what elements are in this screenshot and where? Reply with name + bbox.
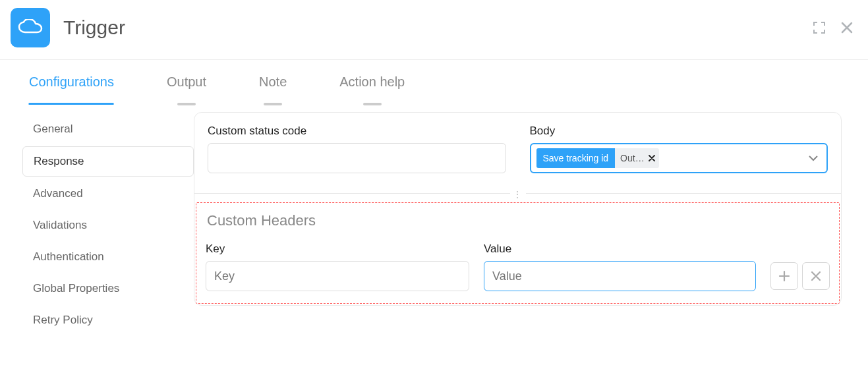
x-icon: [811, 271, 821, 281]
header-value-field[interactable]: [484, 261, 756, 291]
body-chip: Save tracking id Out…: [536, 148, 659, 168]
tab-configurations[interactable]: Configurations: [29, 67, 114, 96]
content-card: Custom status code Body Save tracking id…: [194, 112, 842, 306]
body-label: Body: [530, 125, 828, 138]
custom-headers-title: Custom Headers: [206, 212, 830, 229]
tab-action-help[interactable]: Action help: [339, 67, 405, 96]
body-field[interactable]: Save tracking id Out…: [530, 143, 828, 173]
sidebar-item-general[interactable]: General: [22, 115, 194, 144]
plus-icon: [778, 270, 790, 282]
tab-label: Note: [259, 74, 287, 89]
sidebar-item-response[interactable]: Response: [22, 146, 194, 177]
add-header-button[interactable]: [770, 262, 798, 290]
tab-output[interactable]: Output: [167, 67, 206, 96]
sidebar-item-retry-policy[interactable]: Retry Policy: [22, 306, 194, 335]
top-tabs: Configurations Output Note Action help: [0, 60, 868, 96]
chip-path: Out…: [620, 153, 645, 163]
status-code-label: Custom status code: [208, 125, 506, 138]
sidebar-item-authentication[interactable]: Authentication: [22, 242, 194, 271]
sidebar-item-validations[interactable]: Validations: [22, 211, 194, 240]
chip-name: Save tracking id: [536, 148, 616, 168]
tab-note[interactable]: Note: [259, 67, 287, 96]
chip-remove-icon[interactable]: [649, 153, 655, 163]
tab-label: Action help: [339, 74, 405, 89]
status-code-input[interactable]: [214, 152, 500, 164]
custom-headers-section: Custom Headers Key Value: [196, 202, 840, 304]
header-value-label: Value: [484, 242, 756, 256]
header-key-input[interactable]: [214, 262, 461, 291]
remove-header-button[interactable]: [802, 262, 830, 290]
tab-label: Output: [167, 74, 206, 89]
expand-icon[interactable]: [811, 20, 827, 36]
header-key-label: Key: [206, 242, 469, 256]
sidebar: General Response Advanced Validations Au…: [22, 96, 194, 335]
header-value-input[interactable]: [492, 262, 747, 291]
tab-label: Configurations: [29, 74, 114, 89]
chevron-down-icon[interactable]: [808, 152, 819, 164]
cloud-icon-svg: [17, 19, 43, 36]
sidebar-item-global-properties[interactable]: Global Properties: [22, 274, 194, 303]
cloud-icon: [11, 8, 50, 47]
header-key-field[interactable]: [206, 261, 469, 291]
page-header: Trigger: [0, 0, 868, 60]
page-title: Trigger: [63, 16, 125, 39]
section-separator: [194, 189, 841, 198]
sidebar-item-advanced[interactable]: Advanced: [22, 179, 194, 208]
drag-handle-icon[interactable]: [510, 189, 526, 200]
close-icon[interactable]: [839, 20, 855, 36]
status-code-field[interactable]: [208, 143, 506, 173]
